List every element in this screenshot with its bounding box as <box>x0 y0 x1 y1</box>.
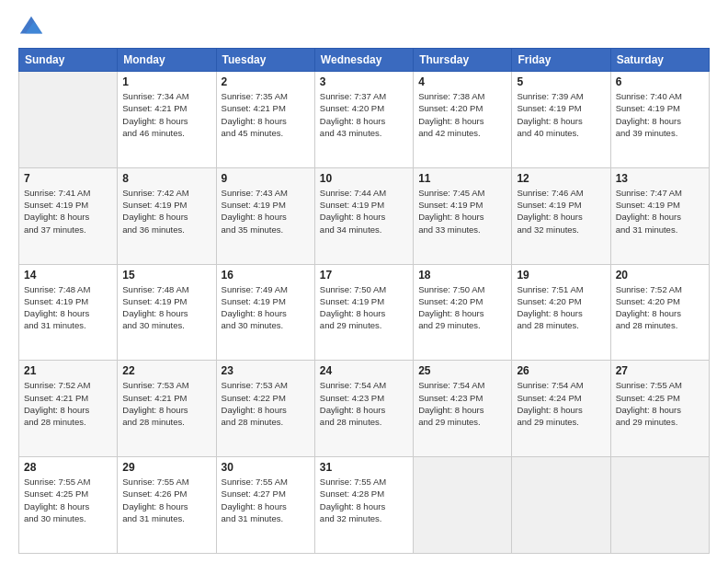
calendar-week-row: 21Sunrise: 7:52 AMSunset: 4:21 PMDayligh… <box>19 361 710 457</box>
calendar-cell: 1Sunrise: 7:34 AMSunset: 4:21 PMDaylight… <box>118 72 216 168</box>
day-number: 11 <box>418 172 506 185</box>
calendar-cell: 29Sunrise: 7:55 AMSunset: 4:26 PMDayligh… <box>118 457 216 554</box>
day-info: Sunrise: 7:47 AMSunset: 4:19 PMDaylight:… <box>616 187 704 236</box>
day-number: 24 <box>320 364 408 377</box>
day-number: 1 <box>122 75 210 88</box>
calendar-cell <box>512 457 610 554</box>
calendar-cell: 28Sunrise: 7:55 AMSunset: 4:25 PMDayligh… <box>19 457 118 554</box>
day-info: Sunrise: 7:43 AMSunset: 4:19 PMDaylight:… <box>222 187 310 236</box>
day-number: 4 <box>418 75 506 88</box>
day-number: 5 <box>517 75 605 88</box>
calendar-cell <box>610 457 709 554</box>
day-info: Sunrise: 7:38 AMSunset: 4:20 PMDaylight:… <box>418 90 506 139</box>
calendar-cell <box>19 72 118 168</box>
calendar-cell: 4Sunrise: 7:38 AMSunset: 4:20 PMDaylight… <box>414 72 512 168</box>
calendar-cell: 12Sunrise: 7:46 AMSunset: 4:19 PMDayligh… <box>512 167 610 264</box>
day-info: Sunrise: 7:50 AMSunset: 4:20 PMDaylight:… <box>418 283 506 332</box>
calendar-cell: 3Sunrise: 7:37 AMSunset: 4:20 PMDaylight… <box>314 72 413 168</box>
calendar-cell: 17Sunrise: 7:50 AMSunset: 4:19 PMDayligh… <box>314 264 413 361</box>
day-number: 3 <box>320 75 408 88</box>
calendar-cell: 22Sunrise: 7:53 AMSunset: 4:21 PMDayligh… <box>118 361 216 457</box>
calendar-cell: 15Sunrise: 7:48 AMSunset: 4:19 PMDayligh… <box>118 264 216 361</box>
logo-icon <box>18 15 44 40</box>
day-info: Sunrise: 7:42 AMSunset: 4:19 PMDaylight:… <box>122 187 210 236</box>
day-info: Sunrise: 7:53 AMSunset: 4:22 PMDaylight:… <box>222 379 310 428</box>
day-number: 25 <box>418 364 506 377</box>
calendar-cell: 2Sunrise: 7:35 AMSunset: 4:21 PMDaylight… <box>216 72 314 168</box>
day-info: Sunrise: 7:44 AMSunset: 4:19 PMDaylight:… <box>320 187 408 236</box>
day-number: 29 <box>122 461 210 474</box>
day-number: 12 <box>517 172 605 185</box>
calendar-cell: 23Sunrise: 7:53 AMSunset: 4:22 PMDayligh… <box>216 361 314 457</box>
day-number: 15 <box>122 269 210 282</box>
calendar-cell: 11Sunrise: 7:45 AMSunset: 4:19 PMDayligh… <box>414 167 512 264</box>
day-number: 7 <box>24 172 112 185</box>
day-number: 9 <box>222 172 310 185</box>
day-info: Sunrise: 7:41 AMSunset: 4:19 PMDaylight:… <box>24 187 112 236</box>
calendar-header-thursday: Thursday <box>414 49 512 72</box>
calendar-cell: 31Sunrise: 7:55 AMSunset: 4:28 PMDayligh… <box>314 457 413 554</box>
day-info: Sunrise: 7:48 AMSunset: 4:19 PMDaylight:… <box>24 283 112 332</box>
day-info: Sunrise: 7:54 AMSunset: 4:23 PMDaylight:… <box>320 379 408 428</box>
day-number: 6 <box>616 75 704 88</box>
day-info: Sunrise: 7:53 AMSunset: 4:21 PMDaylight:… <box>122 379 210 428</box>
day-number: 27 <box>616 364 704 377</box>
calendar-week-row: 14Sunrise: 7:48 AMSunset: 4:19 PMDayligh… <box>19 264 710 361</box>
day-info: Sunrise: 7:55 AMSunset: 4:26 PMDaylight:… <box>122 476 210 524</box>
day-number: 30 <box>222 461 310 474</box>
day-number: 17 <box>320 269 408 282</box>
day-info: Sunrise: 7:52 AMSunset: 4:21 PMDaylight:… <box>24 379 112 428</box>
day-info: Sunrise: 7:34 AMSunset: 4:21 PMDaylight:… <box>122 90 210 139</box>
calendar-cell: 26Sunrise: 7:54 AMSunset: 4:24 PMDayligh… <box>512 361 610 457</box>
day-number: 23 <box>222 364 310 377</box>
calendar-header-friday: Friday <box>512 49 610 72</box>
page: SundayMondayTuesdayWednesdayThursdayFrid… <box>0 0 728 563</box>
calendar-table: SundayMondayTuesdayWednesdayThursdayFrid… <box>18 48 710 554</box>
calendar-cell: 7Sunrise: 7:41 AMSunset: 4:19 PMDaylight… <box>19 167 118 264</box>
calendar-week-row: 1Sunrise: 7:34 AMSunset: 4:21 PMDaylight… <box>19 72 710 168</box>
day-number: 19 <box>517 269 605 282</box>
day-number: 14 <box>24 269 112 282</box>
calendar-cell: 25Sunrise: 7:54 AMSunset: 4:23 PMDayligh… <box>414 361 512 457</box>
calendar-cell: 10Sunrise: 7:44 AMSunset: 4:19 PMDayligh… <box>314 167 413 264</box>
calendar-week-row: 7Sunrise: 7:41 AMSunset: 4:19 PMDaylight… <box>19 167 710 264</box>
day-number: 31 <box>320 461 408 474</box>
calendar-cell: 16Sunrise: 7:49 AMSunset: 4:19 PMDayligh… <box>216 264 314 361</box>
day-number: 8 <box>122 172 210 185</box>
day-info: Sunrise: 7:52 AMSunset: 4:20 PMDaylight:… <box>616 283 704 332</box>
day-info: Sunrise: 7:50 AMSunset: 4:19 PMDaylight:… <box>320 283 408 332</box>
day-number: 13 <box>616 172 704 185</box>
day-info: Sunrise: 7:55 AMSunset: 4:27 PMDaylight:… <box>222 476 310 524</box>
day-number: 16 <box>222 269 310 282</box>
header <box>18 15 710 40</box>
calendar-cell: 14Sunrise: 7:48 AMSunset: 4:19 PMDayligh… <box>19 264 118 361</box>
day-number: 18 <box>418 269 506 282</box>
calendar-cell: 30Sunrise: 7:55 AMSunset: 4:27 PMDayligh… <box>216 457 314 554</box>
calendar-cell: 9Sunrise: 7:43 AMSunset: 4:19 PMDaylight… <box>216 167 314 264</box>
calendar-cell <box>414 457 512 554</box>
day-info: Sunrise: 7:49 AMSunset: 4:19 PMDaylight:… <box>222 283 310 332</box>
day-info: Sunrise: 7:39 AMSunset: 4:19 PMDaylight:… <box>517 90 605 139</box>
day-number: 10 <box>320 172 408 185</box>
day-number: 28 <box>24 461 112 474</box>
calendar-week-row: 28Sunrise: 7:55 AMSunset: 4:25 PMDayligh… <box>19 457 710 554</box>
calendar-cell: 8Sunrise: 7:42 AMSunset: 4:19 PMDaylight… <box>118 167 216 264</box>
day-info: Sunrise: 7:54 AMSunset: 4:24 PMDaylight:… <box>517 379 605 428</box>
day-info: Sunrise: 7:55 AMSunset: 4:25 PMDaylight:… <box>616 379 704 428</box>
calendar-header-monday: Monday <box>118 49 216 72</box>
calendar-cell: 19Sunrise: 7:51 AMSunset: 4:20 PMDayligh… <box>512 264 610 361</box>
calendar-cell: 24Sunrise: 7:54 AMSunset: 4:23 PMDayligh… <box>314 361 413 457</box>
calendar-cell: 20Sunrise: 7:52 AMSunset: 4:20 PMDayligh… <box>610 264 709 361</box>
day-info: Sunrise: 7:55 AMSunset: 4:25 PMDaylight:… <box>24 476 112 524</box>
calendar-cell: 13Sunrise: 7:47 AMSunset: 4:19 PMDayligh… <box>610 167 709 264</box>
day-number: 21 <box>24 364 112 377</box>
day-number: 26 <box>517 364 605 377</box>
day-info: Sunrise: 7:54 AMSunset: 4:23 PMDaylight:… <box>418 379 506 428</box>
calendar-cell: 27Sunrise: 7:55 AMSunset: 4:25 PMDayligh… <box>610 361 709 457</box>
calendar-cell: 5Sunrise: 7:39 AMSunset: 4:19 PMDaylight… <box>512 72 610 168</box>
calendar-header-wednesday: Wednesday <box>314 49 413 72</box>
calendar-header-sunday: Sunday <box>19 49 118 72</box>
day-info: Sunrise: 7:45 AMSunset: 4:19 PMDaylight:… <box>418 187 506 236</box>
day-info: Sunrise: 7:48 AMSunset: 4:19 PMDaylight:… <box>122 283 210 332</box>
day-info: Sunrise: 7:37 AMSunset: 4:20 PMDaylight:… <box>320 90 408 139</box>
